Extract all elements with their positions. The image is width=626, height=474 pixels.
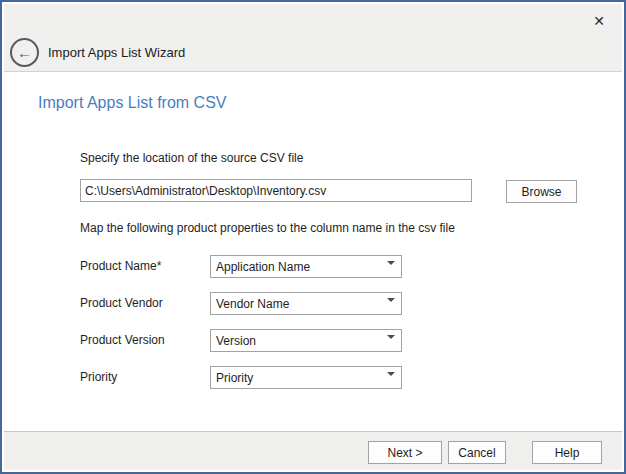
priority-value: Priority bbox=[216, 371, 383, 385]
product-vendor-value: Vendor Name bbox=[216, 297, 383, 311]
wizard-title: Import Apps List Wizard bbox=[48, 45, 185, 60]
product-version-value: Version bbox=[216, 334, 383, 348]
product-version-combobox[interactable]: Version bbox=[210, 329, 402, 352]
back-button[interactable]: ← bbox=[10, 38, 39, 67]
product-vendor-label: Product Vendor bbox=[80, 292, 163, 315]
priority-label: Priority bbox=[80, 366, 117, 389]
priority-combobox[interactable]: Priority bbox=[210, 366, 402, 389]
chevron-down-icon bbox=[387, 302, 395, 316]
close-button[interactable]: ✕ bbox=[588, 10, 610, 32]
import-apps-wizard-window: ✕ ← Import Apps List Wizard Import Apps … bbox=[0, 0, 626, 474]
wizard-header: ✕ ← Import Apps List Wizard bbox=[4, 4, 622, 72]
mapping-instruction-label: Map the following product properties to … bbox=[80, 221, 455, 235]
browse-button[interactable]: Browse bbox=[506, 180, 577, 203]
chevron-down-icon bbox=[387, 339, 395, 353]
product-version-label: Product Version bbox=[80, 329, 165, 352]
next-button[interactable]: Next > bbox=[368, 441, 442, 464]
close-icon: ✕ bbox=[593, 13, 605, 29]
page-title: Import Apps List from CSV bbox=[38, 94, 227, 112]
product-name-combobox[interactable]: Application Name bbox=[210, 255, 402, 278]
help-button[interactable]: Help bbox=[532, 441, 602, 464]
csv-path-input[interactable] bbox=[80, 179, 472, 202]
source-file-label: Specify the location of the source CSV f… bbox=[80, 151, 303, 165]
cancel-button[interactable]: Cancel bbox=[448, 441, 506, 464]
back-arrow-icon: ← bbox=[17, 45, 32, 60]
footer-bar bbox=[4, 431, 622, 470]
chevron-down-icon bbox=[387, 376, 395, 390]
chevron-down-icon bbox=[387, 265, 395, 279]
product-name-label: Product Name* bbox=[80, 255, 161, 278]
product-name-value: Application Name bbox=[216, 260, 383, 274]
product-vendor-combobox[interactable]: Vendor Name bbox=[210, 292, 402, 315]
